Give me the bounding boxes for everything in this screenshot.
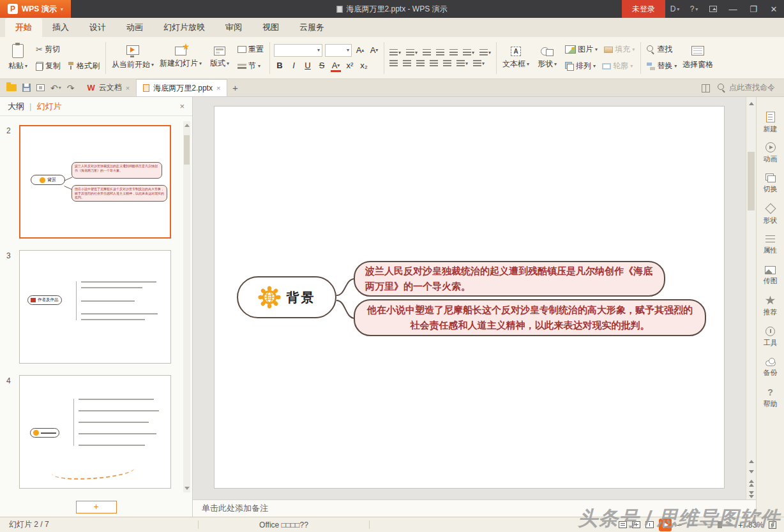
find-button[interactable]: 查找 xyxy=(645,43,679,57)
align-center-button[interactable] xyxy=(402,59,412,68)
from-current-button[interactable]: 从当前开始▾ xyxy=(110,40,156,76)
add-slide-button[interactable]: + xyxy=(76,501,117,514)
scroll-up-button[interactable] xyxy=(746,98,756,108)
copy-button[interactable]: 复制 xyxy=(34,59,63,73)
scroll-down-icon[interactable] xyxy=(185,487,190,490)
skin-button[interactable]: D▾ xyxy=(665,0,684,18)
tab-view[interactable]: 视图 xyxy=(252,18,289,37)
replace-button[interactable]: 替换▾ xyxy=(645,59,679,73)
slide-thumbnail-2[interactable]: 背景 波兰人民反对沙皇独裁统治的起义遭到残酷镇压是凡尔纳创作《海底两万里》的一个… xyxy=(19,125,171,239)
paragraph-spacing-button[interactable] xyxy=(448,48,459,57)
outline-button[interactable]: 轮廓▾ xyxy=(600,59,635,73)
increase-font-button[interactable]: A▴ xyxy=(354,44,366,57)
zoom-level[interactable]: 83% xyxy=(748,521,764,529)
output-icon[interactable] xyxy=(36,84,45,91)
undo-button[interactable]: ↶▾ xyxy=(50,83,61,93)
subscript-button[interactable]: x₂ xyxy=(358,59,370,72)
normal-view-button[interactable] xyxy=(619,521,627,528)
zoom-in-button[interactable]: + xyxy=(738,520,743,530)
superscript-button[interactable]: x² xyxy=(344,59,356,72)
new-slide-button[interactable]: 新建幻灯片▾ xyxy=(158,40,204,76)
vertical-align-button[interactable]: ▾ xyxy=(478,48,492,57)
slide-sorter-button[interactable] xyxy=(632,521,640,528)
scrollbar-thumb[interactable] xyxy=(748,152,755,211)
sidebar-item-upload-image[interactable]: 传图 xyxy=(757,260,784,291)
selection-pane-button[interactable]: 选择窗格 xyxy=(681,40,715,76)
save-icon[interactable] xyxy=(22,84,31,92)
slide-canvas[interactable]: 背景 波兰人民反对沙皇独裁统治的起义遭到残酷镇压是凡尔纳创作《海底两万里》的一个… xyxy=(193,97,756,499)
numbered-list-button[interactable]: ▾ xyxy=(405,48,419,57)
sidebar-item-tools[interactable]: 工具 xyxy=(757,321,784,352)
app-logo-button[interactable]: P WPS 演示 ▾ xyxy=(0,0,71,18)
underline-button[interactable]: U xyxy=(302,59,313,72)
tab-insert[interactable]: 插入 xyxy=(42,18,79,37)
login-button[interactable]: 未登录 xyxy=(622,0,665,18)
fill-button[interactable]: 填充▾ xyxy=(602,43,637,57)
previous-slide-button[interactable] xyxy=(746,456,756,466)
paste-button[interactable]: 粘贴▾ xyxy=(4,40,32,76)
sidebar-item-recommend[interactable]: 推荐 xyxy=(757,291,784,321)
section-button[interactable]: 节▾ xyxy=(236,59,266,73)
next-slide-button[interactable] xyxy=(746,466,756,477)
minimize-button[interactable]: — xyxy=(723,0,743,18)
scroll-up-icon[interactable] xyxy=(185,124,190,127)
notes-area[interactable]: 单击此处添加备注 xyxy=(193,499,756,517)
sidebar-item-transition[interactable]: 切换 xyxy=(757,168,784,199)
doc-tab-current[interactable]: 海底两万里2.pptx × xyxy=(136,79,227,96)
double-down-button[interactable] xyxy=(746,489,756,499)
columns-button[interactable]: ▾ xyxy=(472,59,486,68)
italic-button[interactable]: I xyxy=(288,59,299,72)
tab-home[interactable]: 开始 xyxy=(5,18,42,37)
command-search[interactable]: 点此查找命令 xyxy=(718,82,775,93)
tab-design[interactable]: 设计 xyxy=(79,18,116,37)
tab-cloud-service[interactable]: 云服务 xyxy=(289,18,335,37)
reading-view-button[interactable] xyxy=(645,521,654,528)
align-left-button[interactable] xyxy=(388,59,399,68)
shapes-button[interactable]: 形状▾ xyxy=(533,40,561,76)
tab-outline[interactable]: 大纲 xyxy=(8,101,24,112)
indent-button[interactable] xyxy=(435,48,446,57)
canvas-scrollbar[interactable] xyxy=(746,97,756,499)
picture-button[interactable]: 图片▾ xyxy=(563,43,599,57)
line-spacing-button[interactable]: ▾ xyxy=(455,59,469,68)
zoom-out-button[interactable]: − xyxy=(677,520,682,530)
text-box-button[interactable]: A 文本框▾ xyxy=(501,40,531,76)
layout-button[interactable]: 版式▾ xyxy=(206,40,234,76)
slide[interactable]: 背景 波兰人民反对沙皇独裁统治的起义遭到残酷镇压是凡尔纳创作《海底两万里》的一个… xyxy=(214,106,725,489)
window-manage-icon[interactable] xyxy=(702,84,710,91)
zoom-slider-knob[interactable] xyxy=(718,521,722,528)
close-tab-icon[interactable]: × xyxy=(126,84,130,92)
sidebar-item-new[interactable]: 新建 xyxy=(757,107,784,138)
doc-tab-cloud[interactable]: W 云文档 × xyxy=(80,79,136,96)
help-button[interactable]: ?▾ xyxy=(684,0,704,18)
tab-slides[interactable]: 幻灯片 xyxy=(36,101,61,112)
sidebar-item-backup[interactable]: 备份 xyxy=(757,352,784,383)
reset-button[interactable]: 重置 xyxy=(236,43,266,57)
fit-to-window-button[interactable] xyxy=(769,521,776,529)
close-tab-icon[interactable]: × xyxy=(216,84,220,92)
close-panel-icon[interactable]: × xyxy=(179,101,185,111)
zoom-slider[interactable] xyxy=(687,524,733,526)
cut-button[interactable]: ✂剪切 xyxy=(34,43,102,57)
close-button[interactable]: ✕ xyxy=(764,0,784,18)
format-painter-button[interactable]: 格式刷 xyxy=(65,59,102,73)
align-right-button[interactable] xyxy=(415,59,426,68)
distribute-button[interactable] xyxy=(442,59,453,68)
font-size-select[interactable]: ▾ xyxy=(325,44,352,57)
play-slideshow-button[interactable] xyxy=(659,519,672,531)
arrange-button[interactable]: 排列▾ xyxy=(563,59,598,73)
maximize-button[interactable]: ❐ xyxy=(743,0,764,18)
scrollbar-thumb[interactable] xyxy=(184,135,190,165)
sidebar-item-properties[interactable]: 属性 xyxy=(757,230,784,260)
new-tab-button[interactable]: + xyxy=(227,79,243,96)
sidebar-item-animation[interactable]: 动画 xyxy=(757,138,784,168)
panel-scrollbar[interactable] xyxy=(183,121,190,492)
open-folder-icon[interactable] xyxy=(6,84,17,91)
topic-node[interactable]: 背景 xyxy=(237,276,336,318)
tab-review[interactable]: 审阅 xyxy=(215,18,252,37)
strikethrough-button[interactable]: S xyxy=(316,59,328,72)
slide-thumbnail-3[interactable]: 作者及作品 xyxy=(19,250,171,364)
branch-node-2[interactable]: 他在小说中塑造了尼摩船长这个反对沙皇专制统治的高大形象，赋予其强烈的社会责任感和… xyxy=(354,299,706,336)
font-color-button[interactable]: A▾ xyxy=(330,59,342,72)
double-up-button[interactable] xyxy=(746,478,756,488)
